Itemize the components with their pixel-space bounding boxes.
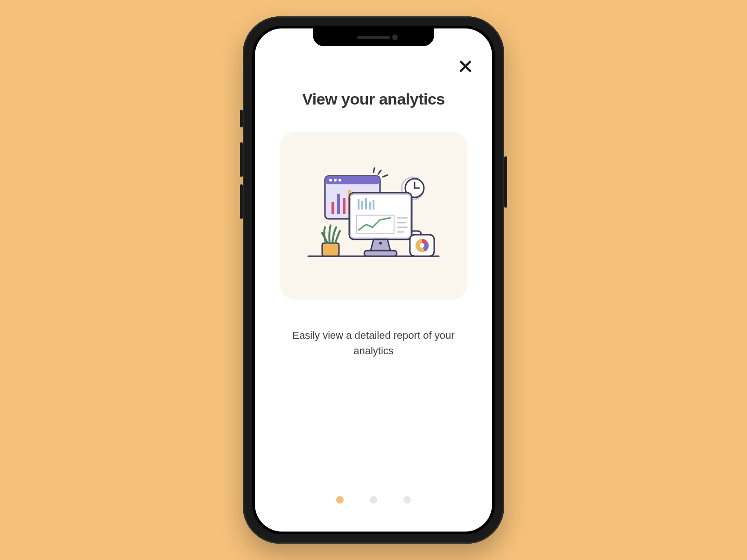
svg-line-12: [378, 170, 381, 174]
svg-rect-20: [358, 199, 359, 210]
top-bar: [274, 56, 473, 74]
front-camera: [392, 35, 398, 40]
svg-rect-24: [373, 200, 374, 210]
onboarding-subtitle: Easily view a detailed report of your an…: [274, 328, 473, 358]
page-indicator: [274, 496, 473, 508]
close-icon[interactable]: [458, 58, 473, 74]
svg-point-5: [338, 179, 341, 182]
speaker-grill: [357, 36, 390, 39]
svg-rect-22: [365, 198, 367, 210]
onboarding-title: View your analytics: [274, 90, 473, 108]
svg-rect-8: [343, 198, 345, 214]
page-dot-3[interactable]: [403, 496, 411, 504]
svg-rect-2: [325, 176, 380, 184]
illustration-card: [280, 132, 467, 300]
phone-frame: View your analytics: [243, 16, 504, 544]
svg-rect-6: [331, 202, 334, 214]
volume-down-button: [240, 184, 243, 219]
onboarding-screen: View your analytics: [255, 28, 492, 532]
svg-rect-30: [364, 251, 397, 256]
page-dot-2[interactable]: [370, 496, 377, 504]
svg-rect-35: [322, 243, 339, 256]
svg-line-13: [383, 175, 388, 177]
phone-notch: [313, 28, 434, 46]
svg-rect-23: [369, 202, 371, 210]
svg-line-14: [374, 168, 374, 172]
svg-point-34: [420, 243, 424, 248]
svg-point-4: [334, 179, 337, 182]
svg-point-3: [329, 179, 332, 182]
mute-switch: [240, 110, 243, 127]
svg-rect-7: [337, 194, 340, 214]
volume-up-button: [240, 142, 243, 177]
svg-rect-21: [361, 201, 363, 210]
analytics-dashboard-illustration-icon: [299, 156, 448, 275]
phone-bezel: View your analytics: [252, 26, 495, 534]
power-button: [504, 156, 507, 208]
phone-screen: View your analytics: [255, 28, 492, 532]
svg-point-31: [379, 242, 382, 245]
page-dot-1[interactable]: [336, 496, 344, 504]
